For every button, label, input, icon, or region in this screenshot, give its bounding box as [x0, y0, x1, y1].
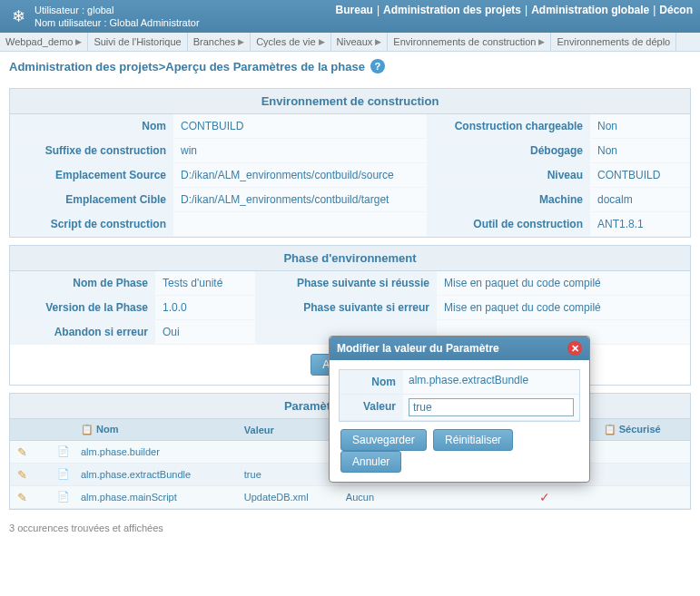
- cell-nom: alm.phase.extractBundle: [75, 464, 239, 486]
- cell-secur: [598, 464, 690, 486]
- form-value: Mise en paquet du code compilé: [437, 271, 690, 296]
- form-value: [173, 212, 427, 237]
- form-value: Non: [590, 139, 690, 163]
- form-label: Suffixe de construction: [10, 139, 173, 163]
- top-bar: ❄ Utilisateur : global Nom utilisateur :…: [0, 0, 700, 33]
- tab-webpad[interactable]: Webpad_demo▶: [0, 33, 88, 51]
- check-icon: ✓: [539, 490, 550, 504]
- cell-oblig: ✓: [491, 486, 598, 509]
- form-label: Script de construction: [10, 212, 173, 237]
- table-row: alm.phase.mainScript UpdateDB.xml Aucun …: [10, 486, 690, 509]
- modal-valeur-label: Valeur: [340, 395, 403, 421]
- username-label: Nom utilisateur : Global Administrator: [35, 16, 200, 29]
- tab-env-construction[interactable]: Environnements de construction▶: [388, 33, 551, 51]
- th-secur: Sécurisé: [598, 419, 690, 441]
- top-nav: Bureau| Administration des projets| Admi…: [336, 4, 693, 16]
- tab-env-deploy[interactable]: Environnements de déplo: [551, 33, 676, 51]
- tab-suivi[interactable]: Suivi de l'Historique: [88, 33, 187, 51]
- breadcrumb-tabs: Webpad_demo▶ Suivi de l'Historique Branc…: [0, 33, 700, 52]
- panel-environnement: Environnement de construction Nom CONTBU…: [9, 88, 691, 238]
- nav-admin-projets[interactable]: Administration des projets: [383, 4, 521, 16]
- form-label: Niveau: [427, 163, 590, 188]
- app-logo-icon: ❄: [7, 5, 29, 27]
- form-value: ANT1.8.1: [590, 212, 690, 237]
- modal-valeur-input[interactable]: [409, 398, 574, 416]
- nav-bureau[interactable]: Bureau: [336, 4, 373, 16]
- cell-valeur: [239, 441, 340, 464]
- reset-button[interactable]: Réinitialiser: [433, 429, 513, 451]
- form-label: Abandon si erreur: [10, 320, 155, 345]
- form-value: D:/ikan/ALM_environments/contbuild/targe…: [173, 188, 427, 212]
- panel-title: Phase d'environnement: [10, 246, 690, 271]
- results-count: 3 occurences trouvées et affichées: [0, 517, 700, 539]
- form-label: Phase suivante si erreur: [255, 296, 437, 320]
- modal-title: Modifier la valeur du Paramètre: [337, 342, 499, 355]
- form-label: Emplacement Cible: [10, 188, 173, 212]
- form-value: Mise en paquet du code compilé: [437, 296, 690, 320]
- cell-secur: [598, 486, 690, 509]
- form-label: Nom: [10, 114, 173, 139]
- cell-valeur: true: [239, 464, 340, 486]
- panel-title: Environnement de construction: [10, 89, 690, 114]
- modal-nom-label: Nom: [340, 370, 403, 395]
- form-value: Tests d'unité: [155, 271, 255, 296]
- form-label: Version de la Phase: [10, 296, 155, 320]
- edit-param-modal: Modifier la valeur du Paramètre ✕ Nom al…: [329, 336, 590, 483]
- cell-nom: alm.phase.builder: [75, 441, 239, 464]
- form-label: Construction chargeable: [427, 114, 590, 139]
- tab-branches[interactable]: Branches▶: [188, 33, 251, 51]
- save-button[interactable]: Sauvegarder: [340, 429, 427, 451]
- copy-icon[interactable]: [57, 445, 70, 458]
- tab-niveaux[interactable]: Niveaux▶: [331, 33, 389, 51]
- cell-valeur: UpdateDB.xml: [239, 486, 340, 509]
- form-label: Débogage: [427, 139, 590, 163]
- form-value: win: [173, 139, 427, 163]
- nav-logout[interactable]: Décon: [659, 4, 693, 16]
- nav-admin-globale[interactable]: Administration globale: [531, 4, 649, 16]
- form-value: CONTBUILD: [590, 163, 690, 188]
- cell-nom: alm.phase.mainScript: [75, 486, 239, 509]
- form-label: Phase suivante si réussie: [255, 271, 437, 296]
- form-value: Oui: [155, 320, 255, 345]
- page-breadcrumb: Administration des projets>Aperçu des Pa…: [0, 52, 700, 81]
- edit-icon[interactable]: [15, 445, 28, 458]
- cell-secur: [598, 441, 690, 464]
- help-icon[interactable]: ?: [370, 59, 385, 73]
- th-nom: Nom: [75, 419, 239, 441]
- form-value: 1.0.0: [155, 296, 255, 320]
- form-label: Machine: [427, 188, 590, 212]
- form-value: docalm: [590, 188, 690, 212]
- form-label: Emplacement Source: [10, 163, 173, 188]
- user-label: Utilisateur : global: [35, 4, 200, 16]
- form-label: Nom de Phase: [10, 271, 155, 296]
- cancel-button[interactable]: Annuler: [340, 451, 401, 473]
- form-value: Non: [590, 114, 690, 139]
- th-valeur: Valeur: [239, 419, 340, 441]
- close-icon[interactable]: ✕: [567, 341, 582, 356]
- cell-type: Aucun: [340, 486, 491, 509]
- edit-icon[interactable]: [15, 491, 28, 503]
- form-label: Outil de construction: [427, 212, 590, 237]
- modal-nom-value: alm.phase.extractBundle: [403, 370, 579, 395]
- form-value: D:/ikan/ALM_environments/contbuild/sourc…: [173, 163, 427, 188]
- copy-icon[interactable]: [57, 491, 70, 503]
- tab-cycles[interactable]: Cycles de vie▶: [251, 33, 330, 51]
- edit-icon[interactable]: [15, 468, 28, 481]
- form-value: CONTBUILD: [173, 114, 427, 139]
- copy-icon[interactable]: [57, 468, 70, 481]
